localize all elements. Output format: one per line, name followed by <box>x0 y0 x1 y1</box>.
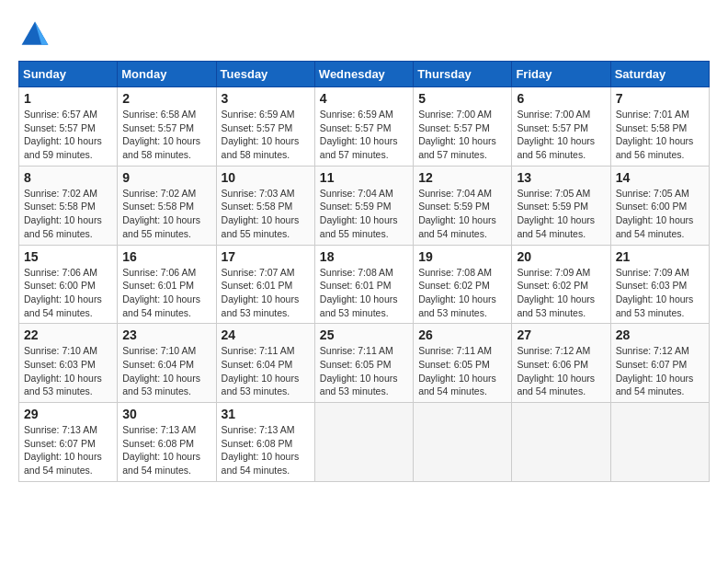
calendar-cell: 12 Sunrise: 7:04 AM Sunset: 5:59 PM Dayl… <box>414 166 512 245</box>
day-info: Sunrise: 7:11 AM Sunset: 6:05 PM Dayligh… <box>418 344 506 398</box>
calendar-cell: 25 Sunrise: 7:11 AM Sunset: 6:05 PM Dayl… <box>314 324 413 403</box>
calendar-cell: 28 Sunrise: 7:12 AM Sunset: 6:07 PM Dayl… <box>610 324 709 403</box>
day-info: Sunrise: 7:03 AM Sunset: 5:58 PM Dayligh… <box>222 187 310 241</box>
day-number: 9 <box>122 170 210 185</box>
day-number: 8 <box>24 170 112 185</box>
day-number: 31 <box>222 407 310 421</box>
day-info: Sunrise: 7:06 AM Sunset: 6:01 PM Dayligh… <box>122 266 210 320</box>
calendar-cell: 8 Sunrise: 7:02 AM Sunset: 5:58 PM Dayli… <box>19 166 118 245</box>
day-info: Sunrise: 7:09 AM Sunset: 6:03 PM Dayligh… <box>616 266 704 320</box>
calendar-cell: 21 Sunrise: 7:09 AM Sunset: 6:03 PM Dayl… <box>610 245 709 324</box>
calendar-cell: 18 Sunrise: 7:08 AM Sunset: 6:01 PM Dayl… <box>314 245 413 324</box>
day-info: Sunrise: 7:02 AM Sunset: 5:58 PM Dayligh… <box>24 187 112 241</box>
page-header <box>18 18 710 52</box>
day-number: 14 <box>616 170 704 185</box>
day-number: 20 <box>517 249 605 264</box>
calendar-cell <box>610 403 709 482</box>
day-number: 10 <box>222 170 310 185</box>
day-info: Sunrise: 6:59 AM Sunset: 5:57 PM Dayligh… <box>320 108 408 162</box>
column-header-tuesday: Tuesday <box>216 62 314 87</box>
day-number: 28 <box>616 327 704 342</box>
calendar-week-3: 15 Sunrise: 7:06 AM Sunset: 6:00 PM Dayl… <box>19 245 710 324</box>
day-number: 24 <box>222 327 310 342</box>
day-info: Sunrise: 7:10 AM Sunset: 6:04 PM Dayligh… <box>122 344 210 398</box>
calendar-cell: 7 Sunrise: 7:01 AM Sunset: 5:58 PM Dayli… <box>610 87 709 167</box>
day-info: Sunrise: 7:08 AM Sunset: 6:02 PM Dayligh… <box>418 266 506 320</box>
day-number: 26 <box>418 327 506 342</box>
day-info: Sunrise: 6:59 AM Sunset: 5:57 PM Dayligh… <box>222 108 310 162</box>
day-info: Sunrise: 7:01 AM Sunset: 5:58 PM Dayligh… <box>616 108 704 162</box>
calendar-cell: 14 Sunrise: 7:05 AM Sunset: 6:00 PM Dayl… <box>610 166 709 245</box>
calendar-cell: 4 Sunrise: 6:59 AM Sunset: 5:57 PM Dayli… <box>314 87 413 167</box>
day-number: 15 <box>24 249 112 264</box>
calendar-week-4: 22 Sunrise: 7:10 AM Sunset: 6:03 PM Dayl… <box>19 324 710 403</box>
day-info: Sunrise: 7:06 AM Sunset: 6:00 PM Dayligh… <box>24 266 112 320</box>
day-number: 27 <box>517 327 605 342</box>
day-number: 23 <box>122 327 210 342</box>
calendar-cell <box>414 403 512 482</box>
calendar-cell: 5 Sunrise: 7:00 AM Sunset: 5:57 PM Dayli… <box>414 87 512 167</box>
logo <box>18 18 57 52</box>
day-info: Sunrise: 7:13 AM Sunset: 6:08 PM Dayligh… <box>222 423 310 477</box>
calendar-cell: 3 Sunrise: 6:59 AM Sunset: 5:57 PM Dayli… <box>216 87 314 167</box>
day-number: 7 <box>616 91 704 106</box>
day-number: 5 <box>418 91 506 106</box>
day-number: 18 <box>320 249 408 264</box>
day-info: Sunrise: 6:57 AM Sunset: 5:57 PM Dayligh… <box>24 108 112 162</box>
day-number: 30 <box>122 407 210 421</box>
day-number: 13 <box>517 170 605 185</box>
calendar-cell: 11 Sunrise: 7:04 AM Sunset: 5:59 PM Dayl… <box>314 166 413 245</box>
calendar-cell: 2 Sunrise: 6:58 AM Sunset: 5:57 PM Dayli… <box>118 87 216 167</box>
calendar-cell: 27 Sunrise: 7:12 AM Sunset: 6:06 PM Dayl… <box>512 324 610 403</box>
day-number: 3 <box>222 91 310 106</box>
calendar-cell: 29 Sunrise: 7:13 AM Sunset: 6:07 PM Dayl… <box>19 403 118 482</box>
calendar-cell: 24 Sunrise: 7:11 AM Sunset: 6:04 PM Dayl… <box>216 324 314 403</box>
day-info: Sunrise: 7:09 AM Sunset: 6:02 PM Dayligh… <box>517 266 605 320</box>
day-info: Sunrise: 7:04 AM Sunset: 5:59 PM Dayligh… <box>418 187 506 241</box>
day-number: 17 <box>222 249 310 264</box>
calendar-cell: 22 Sunrise: 7:10 AM Sunset: 6:03 PM Dayl… <box>19 324 118 403</box>
day-number: 4 <box>320 91 408 106</box>
calendar-cell: 6 Sunrise: 7:00 AM Sunset: 5:57 PM Dayli… <box>512 87 610 167</box>
day-number: 12 <box>418 170 506 185</box>
day-number: 1 <box>24 91 112 106</box>
day-info: Sunrise: 7:12 AM Sunset: 6:07 PM Dayligh… <box>616 344 704 398</box>
column-header-wednesday: Wednesday <box>314 62 413 87</box>
day-number: 22 <box>24 327 112 342</box>
day-info: Sunrise: 7:08 AM Sunset: 6:01 PM Dayligh… <box>320 266 408 320</box>
calendar-week-5: 29 Sunrise: 7:13 AM Sunset: 6:07 PM Dayl… <box>19 403 710 482</box>
column-header-monday: Monday <box>118 62 216 87</box>
day-info: Sunrise: 7:00 AM Sunset: 5:57 PM Dayligh… <box>517 108 605 162</box>
day-info: Sunrise: 7:00 AM Sunset: 5:57 PM Dayligh… <box>418 108 506 162</box>
day-number: 11 <box>320 170 408 185</box>
column-header-thursday: Thursday <box>414 62 512 87</box>
calendar-cell: 9 Sunrise: 7:02 AM Sunset: 5:58 PM Dayli… <box>118 166 216 245</box>
day-info: Sunrise: 7:13 AM Sunset: 6:08 PM Dayligh… <box>122 423 210 477</box>
calendar-cell: 26 Sunrise: 7:11 AM Sunset: 6:05 PM Dayl… <box>414 324 512 403</box>
day-info: Sunrise: 7:12 AM Sunset: 6:06 PM Dayligh… <box>517 344 605 398</box>
calendar-cell: 10 Sunrise: 7:03 AM Sunset: 5:58 PM Dayl… <box>216 166 314 245</box>
day-info: Sunrise: 7:05 AM Sunset: 5:59 PM Dayligh… <box>517 187 605 241</box>
calendar-cell: 30 Sunrise: 7:13 AM Sunset: 6:08 PM Dayl… <box>118 403 216 482</box>
calendar-week-2: 8 Sunrise: 7:02 AM Sunset: 5:58 PM Dayli… <box>19 166 710 245</box>
calendar-table: SundayMondayTuesdayWednesdayThursdayFrid… <box>18 61 710 482</box>
calendar-cell: 20 Sunrise: 7:09 AM Sunset: 6:02 PM Dayl… <box>512 245 610 324</box>
day-info: Sunrise: 6:58 AM Sunset: 5:57 PM Dayligh… <box>122 108 210 162</box>
calendar-cell <box>512 403 610 482</box>
day-info: Sunrise: 7:11 AM Sunset: 6:05 PM Dayligh… <box>320 344 408 398</box>
day-number: 25 <box>320 327 408 342</box>
day-number: 21 <box>616 249 704 264</box>
calendar-cell: 19 Sunrise: 7:08 AM Sunset: 6:02 PM Dayl… <box>414 245 512 324</box>
calendar-cell: 15 Sunrise: 7:06 AM Sunset: 6:00 PM Dayl… <box>19 245 118 324</box>
column-header-saturday: Saturday <box>610 62 709 87</box>
calendar-cell: 23 Sunrise: 7:10 AM Sunset: 6:04 PM Dayl… <box>118 324 216 403</box>
calendar-cell: 31 Sunrise: 7:13 AM Sunset: 6:08 PM Dayl… <box>216 403 314 482</box>
column-header-sunday: Sunday <box>19 62 118 87</box>
day-number: 16 <box>122 249 210 264</box>
day-info: Sunrise: 7:11 AM Sunset: 6:04 PM Dayligh… <box>222 344 310 398</box>
calendar-cell <box>314 403 413 482</box>
day-info: Sunrise: 7:05 AM Sunset: 6:00 PM Dayligh… <box>616 187 704 241</box>
day-info: Sunrise: 7:13 AM Sunset: 6:07 PM Dayligh… <box>24 423 112 477</box>
day-number: 2 <box>122 91 210 106</box>
calendar-cell: 17 Sunrise: 7:07 AM Sunset: 6:01 PM Dayl… <box>216 245 314 324</box>
